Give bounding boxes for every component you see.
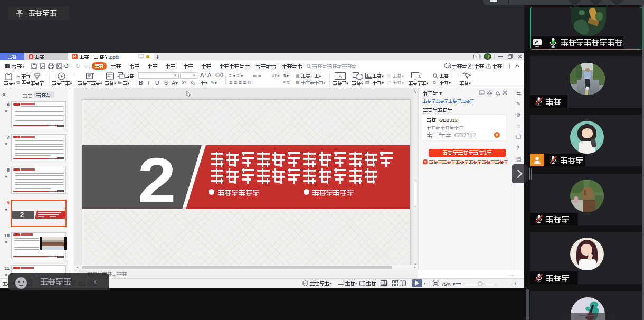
svg-text:A: A: [338, 74, 342, 79]
svg-text:1: 1: [475, 54, 478, 59]
